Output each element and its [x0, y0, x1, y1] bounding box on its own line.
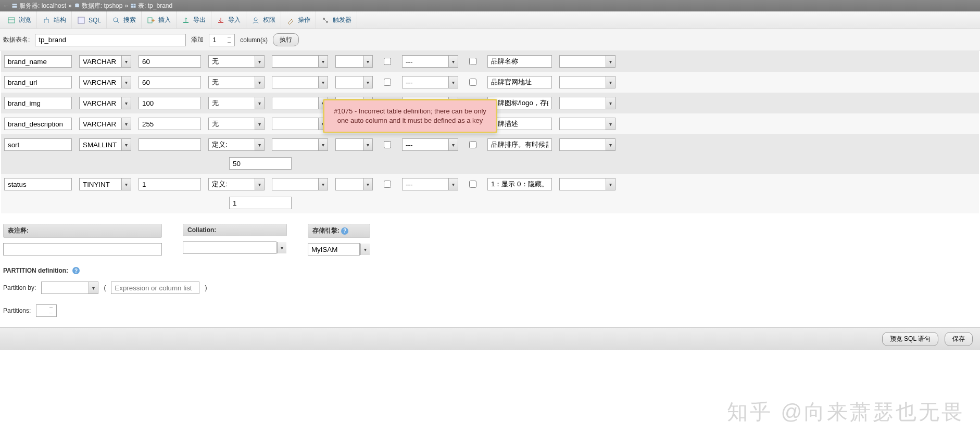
column-comment-input[interactable]: [487, 76, 552, 88]
column-name-input[interactable]: [4, 118, 72, 130]
column-row: [1, 174, 979, 195]
svg-rect-12: [148, 18, 152, 23]
column-type-select[interactable]: [79, 118, 131, 130]
partitions-count-input[interactable]: [36, 304, 57, 317]
column-ai-checkbox[interactable]: [469, 58, 476, 65]
table-comment-input[interactable]: [3, 243, 162, 256]
column-ai-checkbox[interactable]: [469, 181, 476, 188]
svg-rect-3: [75, 4, 79, 7]
column-default-select[interactable]: [208, 55, 265, 68]
column-default-value-row: [1, 155, 979, 174]
column-type-select[interactable]: [79, 55, 131, 68]
column-name-input[interactable]: [4, 178, 72, 190]
column-null-checkbox[interactable]: [384, 79, 391, 86]
column-attributes-select[interactable]: [335, 178, 373, 190]
column-name-input[interactable]: [4, 55, 72, 68]
column-type-select[interactable]: [79, 138, 131, 151]
crumb-server[interactable]: 服务器: localhost: [11, 2, 66, 10]
go-button[interactable]: 执行: [273, 33, 299, 46]
column-default-select[interactable]: [208, 118, 265, 130]
column-index-select[interactable]: [402, 138, 458, 151]
collation-select[interactable]: [183, 241, 287, 254]
add-columns-count[interactable]: [209, 34, 235, 46]
column-default-value-row: [1, 195, 979, 213]
help-icon[interactable]: ?: [341, 227, 348, 235]
help-icon[interactable]: ?: [72, 267, 80, 274]
column-length-input[interactable]: [139, 55, 201, 68]
partition-expression-input[interactable]: [111, 282, 199, 294]
column-attributes-select[interactable]: [335, 55, 373, 68]
column-mime-select[interactable]: [559, 55, 615, 68]
column-length-input[interactable]: [139, 138, 201, 151]
tab-privileges[interactable]: 权限: [246, 11, 281, 29]
column-name-input[interactable]: [4, 97, 72, 109]
partition-header: PARTITION definition: ?: [3, 265, 977, 276]
tab-export[interactable]: 导出: [177, 11, 211, 29]
column-row: [1, 51, 979, 72]
column-null-checkbox[interactable]: [384, 141, 391, 148]
column-default-select[interactable]: [208, 138, 265, 151]
column-collation-select[interactable]: [272, 76, 328, 88]
engine-select[interactable]: [308, 243, 370, 256]
save-button[interactable]: 保存: [945, 332, 973, 346]
partition-by-select[interactable]: [41, 282, 98, 294]
tab-operations[interactable]: 操作: [281, 11, 316, 29]
tab-search[interactable]: 搜索: [107, 11, 142, 29]
column-null-checkbox[interactable]: [384, 58, 391, 65]
column-collation-select[interactable]: [272, 97, 328, 109]
crumb-table[interactable]: 表: tp_brand: [130, 2, 172, 10]
column-default-select[interactable]: [208, 178, 265, 190]
column-type-select[interactable]: [79, 76, 131, 88]
column-comment-input[interactable]: [487, 178, 552, 190]
column-length-input[interactable]: [139, 178, 201, 190]
tab-sql[interactable]: SQL: [72, 11, 107, 29]
column-length-input[interactable]: [139, 118, 201, 130]
server-icon: [11, 3, 18, 9]
tab-import[interactable]: 导入: [211, 11, 246, 29]
column-row: [1, 72, 979, 93]
column-length-input[interactable]: [139, 97, 201, 109]
column-collation-select[interactable]: [272, 55, 328, 68]
column-ai-checkbox[interactable]: [469, 141, 476, 148]
column-collation-select[interactable]: [272, 138, 328, 151]
column-index-select[interactable]: [402, 55, 458, 68]
column-default-select[interactable]: [208, 97, 265, 109]
column-comment-input[interactable]: [487, 55, 552, 68]
column-mime-select[interactable]: [559, 118, 615, 130]
column-collation-select[interactable]: [272, 118, 328, 130]
column-name-input[interactable]: [4, 76, 72, 88]
column-index-select[interactable]: [402, 178, 458, 190]
column-ai-checkbox[interactable]: [469, 79, 476, 86]
tab-structure[interactable]: 结构: [37, 11, 72, 29]
tab-browse[interactable]: 浏览: [2, 11, 37, 29]
column-mime-select[interactable]: [559, 76, 615, 88]
column-row: [1, 134, 979, 155]
svg-rect-9: [78, 17, 84, 23]
svg-rect-13: [183, 22, 189, 23]
structure-icon: [42, 16, 51, 24]
column-type-select[interactable]: [79, 97, 131, 109]
crumb-database[interactable]: 数据库: tpshop: [74, 2, 123, 10]
column-attributes-select[interactable]: [335, 76, 373, 88]
columns-unit-label: column(s): [240, 36, 268, 44]
column-default-value-input[interactable]: [229, 197, 292, 209]
column-mime-select[interactable]: [559, 97, 615, 109]
column-default-select[interactable]: [208, 76, 265, 88]
column-length-input[interactable]: [139, 76, 201, 88]
column-attributes-select[interactable]: [335, 138, 373, 151]
table-name-input[interactable]: [35, 34, 186, 46]
column-type-select[interactable]: [79, 178, 131, 190]
column-name-input[interactable]: [4, 138, 72, 151]
column-null-checkbox[interactable]: [384, 181, 391, 188]
back-arrow-icon[interactable]: ←: [3, 2, 9, 9]
preview-sql-button[interactable]: 预览 SQL 语句: [882, 332, 938, 346]
column-mime-select[interactable]: [559, 138, 615, 151]
tab-triggers[interactable]: 触发器: [316, 11, 357, 29]
column-index-select[interactable]: [402, 76, 458, 88]
column-collation-select[interactable]: [272, 178, 328, 190]
column-default-value-input[interactable]: [229, 157, 292, 170]
table-comment-block: 表注释:: [3, 224, 162, 256]
tab-insert[interactable]: 插入: [142, 11, 177, 29]
column-comment-input[interactable]: [487, 138, 552, 151]
column-mime-select[interactable]: [559, 178, 615, 190]
